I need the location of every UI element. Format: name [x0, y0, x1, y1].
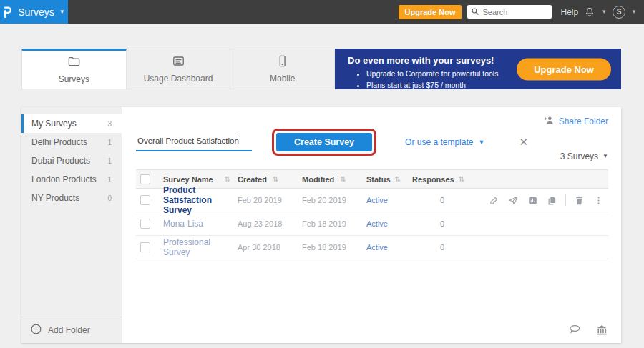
survey-name-link[interactable]: Professional Survey: [163, 237, 230, 257]
row-checkbox[interactable]: [140, 219, 150, 229]
banner-title: Do even more with your surveys!: [348, 55, 514, 66]
sidebar-item-dubai-products[interactable]: Dubai Products 1: [21, 151, 122, 170]
surveys-table: Survey Name ⇅ Created ⇅ Modified ⇅ Statu…: [136, 169, 608, 259]
highlight-ring: Create Survey: [272, 129, 376, 156]
sidebar-item-london-products[interactable]: London Products 1: [21, 170, 122, 189]
share-folder-label: Share Folder: [559, 116, 608, 126]
column-header-responses: Responses: [412, 175, 454, 184]
sort-icon[interactable]: ⇅: [459, 175, 464, 183]
close-icon[interactable]: ✕: [519, 136, 528, 149]
folder-count: 1: [107, 176, 112, 184]
person-add-icon: [543, 115, 555, 128]
share-folder-link[interactable]: Share Folder: [543, 115, 608, 128]
tab-usage-dashboard[interactable]: Usage Dashboard: [127, 49, 231, 89]
divider: [565, 194, 566, 206]
search-input[interactable]: [482, 8, 545, 16]
surveys-count-label: 3 Surveys: [560, 151, 598, 161]
add-folder-button[interactable]: Add Folder: [21, 317, 122, 343]
mobile-icon: [275, 54, 289, 70]
column-header-modified: Modified: [302, 175, 334, 184]
dashboard-icon: [172, 54, 185, 70]
comment-bubble-icon[interactable]: [568, 324, 581, 336]
chevron-down-icon[interactable]: ▼: [631, 9, 637, 15]
responses-count: 0: [412, 196, 472, 204]
status-link[interactable]: Active: [366, 219, 388, 228]
created-date: Aug 23 2018: [238, 219, 282, 228]
tab-mobile[interactable]: Mobile: [230, 49, 335, 89]
add-folder-label: Add Folder: [48, 325, 90, 335]
column-header-survey-name: Survey Name: [163, 175, 213, 184]
sort-icon[interactable]: ⇅: [225, 175, 230, 183]
survey-name-link[interactable]: Mona-Lisa: [163, 219, 203, 229]
sort-icon[interactable]: ⇅: [273, 175, 278, 183]
folder-label: London Products: [31, 174, 97, 184]
banner-bullets: Upgrade to Corporate for powerful tools …: [348, 68, 514, 91]
folder-count: 0: [107, 194, 112, 202]
responses-count: 0: [412, 243, 472, 252]
sidebar-item-my-surveys[interactable]: My Surveys 3: [21, 114, 122, 133]
row-checkbox[interactable]: [140, 242, 150, 252]
help-link[interactable]: Help: [560, 7, 578, 17]
use-template-link[interactable]: Or use a template ▼: [405, 137, 484, 147]
chevron-down-icon: ▼: [602, 154, 608, 159]
survey-name-input[interactable]: Overall Product Satisfaction: [136, 133, 252, 151]
sidebar-item-delhi-products[interactable]: Delhi Products 1: [21, 133, 122, 151]
created-date: Apr 30 2018: [238, 243, 280, 252]
text-cursor: [240, 136, 240, 145]
row-checkbox[interactable]: [140, 195, 150, 205]
upgrade-now-button[interactable]: Upgrade Now: [399, 5, 462, 19]
banner-bullet: Plans start at just $75 / month: [366, 79, 514, 91]
table-body: Product Satisfaction Survey Feb 20 2019 …: [136, 189, 608, 259]
banner-upgrade-button[interactable]: Upgrade Now: [517, 58, 611, 80]
tab-label: Mobile: [270, 74, 295, 84]
use-template-label: Or use a template: [405, 137, 473, 147]
reports-chart-icon[interactable]: [523, 195, 542, 206]
survey-name-link[interactable]: Product Satisfaction Survey: [163, 185, 230, 215]
sort-icon[interactable]: ⇅: [340, 175, 346, 183]
surveys-main-panel: Share Folder Overall Product Satisfactio…: [122, 107, 621, 343]
footer-icons: [568, 324, 608, 336]
surveys-card: My Surveys 3 Delhi Products 1 Dubai Prod…: [21, 107, 621, 343]
modified-date: Feb 18 2019: [302, 243, 346, 252]
folder-icon: [67, 55, 81, 71]
select-all-checkbox[interactable]: [140, 174, 150, 184]
delete-trash-icon[interactable]: [570, 195, 589, 206]
notifications-bell-icon[interactable]: [584, 6, 595, 18]
chevron-down-icon: ▼: [478, 139, 484, 146]
column-header-created: Created: [238, 175, 267, 184]
sidebar-item-ny-products[interactable]: NY Products 0: [21, 189, 122, 207]
folder-count: 3: [107, 120, 112, 128]
sort-icon[interactable]: ⇅: [395, 175, 401, 183]
folder-label: Delhi Products: [31, 137, 87, 147]
tab-label: Usage Dashboard: [144, 74, 213, 84]
responses-count: 0: [412, 219, 472, 228]
tabs-and-banner-row: Surveys Usage Dashboard Mobile Do: [21, 49, 621, 89]
created-date: Feb 20 2019: [238, 196, 282, 204]
table-row: Mona-Lisa Aug 23 2018 Feb 18 2019 Active…: [136, 212, 608, 236]
archive-bank-icon[interactable]: [595, 324, 608, 336]
banner-bullet: Upgrade to Corporate for powerful tools: [366, 68, 514, 79]
folder-label: NY Products: [31, 193, 79, 203]
folder-label: Dubai Products: [31, 156, 90, 166]
create-survey-row: Overall Product Satisfaction Create Surv…: [136, 129, 528, 156]
search-icon: [471, 6, 479, 19]
avatar[interactable]: S: [613, 6, 625, 19]
module-tabs: Surveys Usage Dashboard Mobile: [21, 49, 335, 89]
search-box[interactable]: [467, 5, 552, 19]
status-link[interactable]: Active: [366, 243, 388, 252]
more-options-icon[interactable]: [589, 195, 608, 206]
brand-menu-label: Surveys: [18, 6, 54, 18]
send-icon[interactable]: [504, 195, 523, 206]
chevron-down-icon[interactable]: ▼: [601, 9, 607, 15]
status-link[interactable]: Active: [366, 196, 388, 204]
copy-icon[interactable]: [542, 195, 562, 206]
brand-surveys-menu[interactable]: Surveys ▼: [0, 0, 68, 24]
edit-pencil-icon[interactable]: [484, 195, 504, 206]
create-survey-button[interactable]: Create Survey: [276, 133, 372, 151]
tab-surveys[interactable]: Surveys: [21, 49, 127, 89]
folder-count: 1: [107, 139, 112, 146]
surveys-count-dropdown[interactable]: 3 Surveys ▼: [560, 151, 608, 161]
promo-banner: Do even more with your surveys! Upgrade …: [335, 49, 621, 89]
plus-circle-icon: [30, 323, 42, 337]
sogo-logo-icon: [3, 6, 13, 18]
